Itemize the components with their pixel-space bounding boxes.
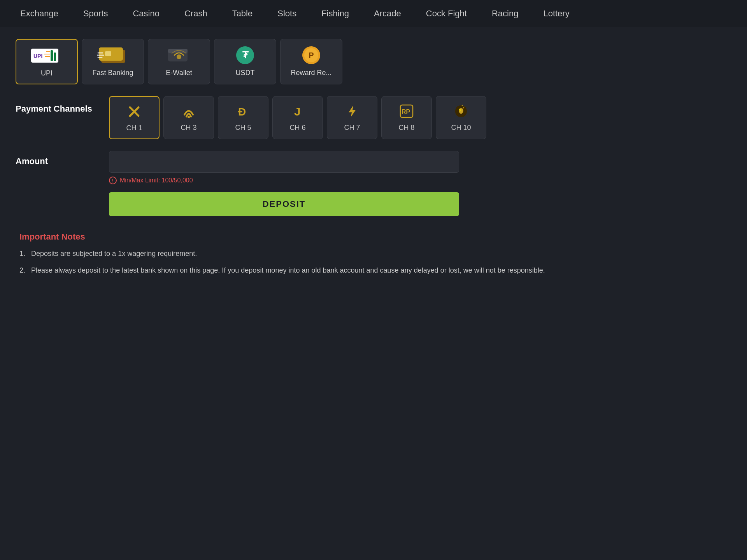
nav-item-sports[interactable]: Sports [71, 0, 121, 27]
payment-channels-section: Payment Channels CH 1 [16, 96, 731, 139]
ch7-label: CH 7 [344, 124, 360, 132]
tab-e-wallet-label: E-Wallet [166, 69, 192, 77]
channel-ch7[interactable]: CH 7 [327, 96, 377, 139]
deposit-button[interactable]: DEPOSIT [109, 192, 459, 216]
payment-channels-label: Payment Channels [16, 96, 93, 114]
ch8-icon: RP [399, 103, 414, 120]
svg-text:J: J [294, 105, 301, 118]
nav-item-exchange[interactable]: Exchange [8, 0, 71, 27]
main-content: UPI UPI [0, 27, 747, 293]
ch5-icon: Ð [236, 103, 251, 120]
channel-ch5[interactable]: Ð CH 5 [218, 96, 268, 139]
tab-fast-banking[interactable]: Fast Banking [82, 39, 144, 84]
nav-item-lottery[interactable]: Lottery [531, 0, 582, 27]
fast-banking-icon [97, 46, 128, 65]
channel-ch8[interactable]: RP CH 8 [381, 96, 432, 139]
svg-rect-2 [51, 50, 53, 61]
ch3-label: CH 3 [181, 124, 196, 132]
notes-list: Deposits are subjected to a 1x wagering … [19, 248, 731, 276]
important-notes-title: Important Notes [19, 232, 731, 242]
ch7-icon [345, 103, 359, 120]
svg-text:Ð: Ð [238, 106, 246, 118]
nav-item-slots[interactable]: Slots [265, 0, 309, 27]
amount-input[interactable] [109, 151, 459, 173]
svg-text:₮: ₮ [242, 50, 249, 60]
usdt-icon: ₮ [235, 46, 255, 65]
svg-rect-3 [54, 52, 56, 61]
nav-item-table[interactable]: Table [220, 0, 265, 27]
nav-item-casino[interactable]: Casino [120, 0, 172, 27]
svg-text:RP: RP [402, 108, 410, 115]
amount-section: Amount ! Min/Max Limit: 100/50,000 [16, 151, 731, 184]
svg-point-12 [177, 54, 181, 59]
amount-input-area: ! Min/Max Limit: 100/50,000 [109, 151, 459, 184]
payment-tabs: UPI UPI [16, 39, 731, 84]
ch1-icon [127, 103, 142, 120]
tab-fast-banking-label: Fast Banking [92, 69, 133, 77]
e-wallet-icon [167, 46, 191, 65]
upi-icon: UPI [31, 46, 62, 65]
svg-marker-23 [349, 105, 356, 117]
tab-upi[interactable]: UPI UPI [16, 39, 78, 84]
important-notes-section: Important Notes Deposits are subjected t… [16, 232, 731, 276]
svg-text:UPI: UPI [33, 53, 42, 59]
note-2: Please always deposit to the latest bank… [19, 265, 731, 276]
channel-ch6[interactable]: J CH 6 [272, 96, 323, 139]
tab-usdt[interactable]: ₮ USDT [214, 39, 276, 84]
ch6-label: CH 6 [289, 124, 305, 132]
ch10-label: CH 10 [451, 124, 471, 132]
nav-bar: Exchange Sports Casino Crash Table Slots… [0, 0, 747, 27]
nav-item-fishing[interactable]: Fishing [309, 0, 361, 27]
channel-ch10[interactable]: CH 10 [436, 96, 486, 139]
svg-text:P: P [309, 51, 314, 60]
ch8-label: CH 8 [398, 124, 414, 132]
nav-item-crash[interactable]: Crash [172, 0, 220, 27]
channels-grid: CH 1 CH 3 Ð [109, 96, 486, 139]
ch10-icon [454, 103, 468, 120]
amount-label: Amount [16, 151, 93, 166]
tab-reward[interactable]: P Reward Re... [280, 39, 342, 84]
nav-item-racing[interactable]: Racing [479, 0, 531, 27]
warning-icon: ! [109, 177, 117, 184]
ch1-label: CH 1 [126, 124, 142, 132]
nav-item-arcade[interactable]: Arcade [361, 0, 414, 27]
deposit-btn-area: DEPOSIT [109, 192, 459, 216]
note-1: Deposits are subjected to a 1x wagering … [19, 248, 731, 259]
svg-point-20 [188, 116, 190, 118]
reward-icon: P [302, 46, 321, 65]
tab-e-wallet[interactable]: E-Wallet [148, 39, 210, 84]
ch3-icon [181, 103, 196, 120]
nav-item-cockfight[interactable]: Cock Fight [414, 0, 479, 27]
ch5-label: CH 5 [235, 124, 251, 132]
svg-point-27 [459, 110, 460, 110]
channel-ch3[interactable]: CH 3 [163, 96, 214, 139]
tab-reward-label: Reward Re... [291, 69, 331, 77]
channel-ch1[interactable]: CH 1 [109, 96, 160, 139]
tab-usdt-label: USDT [236, 69, 255, 77]
ch6-icon: J [290, 103, 305, 120]
tab-upi-label: UPI [41, 69, 53, 77]
limit-text: Min/Max Limit: 100/50,000 [120, 177, 193, 184]
limit-info: ! Min/Max Limit: 100/50,000 [109, 177, 459, 184]
svg-rect-9 [105, 51, 111, 56]
